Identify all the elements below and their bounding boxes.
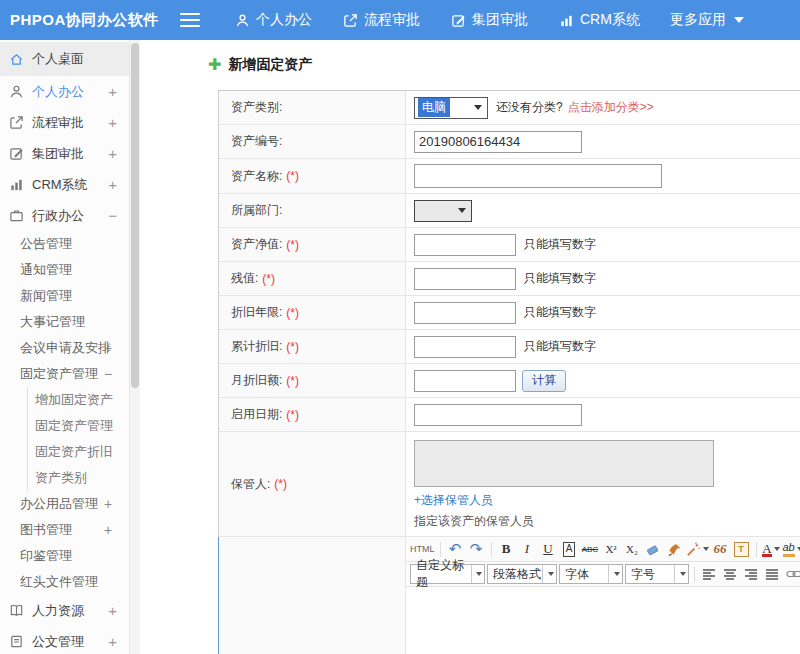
add-category-link[interactable]: 点击添加分类>>	[568, 99, 654, 116]
choose-keeper-link[interactable]: +选择保管人员	[414, 492, 493, 509]
expand-plus-icon[interactable]: +	[108, 633, 117, 650]
start-date-input[interactable]	[414, 404, 582, 426]
net-value-input[interactable]	[414, 234, 516, 256]
sidebar-item-asset-category[interactable]: 资产类别	[28, 465, 129, 491]
sidebar-item-label: 办公用品管理	[20, 495, 98, 513]
sidebar-item-workflow-approval[interactable]: 流程审批 +	[0, 107, 129, 138]
expand-plus-icon[interactable]: +	[104, 522, 112, 538]
italic-icon[interactable]: I	[518, 540, 537, 559]
link-icon[interactable]	[784, 565, 800, 584]
highlight-color-icon[interactable]: ab	[783, 540, 800, 559]
expand-plus-icon[interactable]: +	[108, 83, 117, 100]
subscript-icon[interactable]: X₂	[623, 540, 642, 559]
field-label: 资产类别:	[231, 99, 282, 116]
editor-content-area[interactable]	[406, 587, 800, 654]
form-row-category: 资产类别: 电脑 还没有分类? 点击添加分类>>	[218, 91, 800, 125]
sidebar-item-asset-depreciation[interactable]: 固定资产折旧	[28, 439, 129, 465]
asset-number-input[interactable]	[414, 131, 582, 153]
strikethrough-icon[interactable]: ABC	[581, 540, 600, 559]
font-family-select[interactable]: 字体	[559, 564, 623, 584]
keeper-textarea[interactable]	[414, 440, 714, 487]
hamburger-icon[interactable]	[180, 13, 200, 27]
redo-icon[interactable]: ↷	[467, 540, 486, 559]
sidebar-item-meeting[interactable]: 会议申请及安排 +	[0, 335, 129, 361]
bold-icon[interactable]: B	[497, 540, 516, 559]
collapse-minus-icon[interactable]: −	[108, 207, 117, 224]
editor-toolbar-row2: 自定义标题 段落格式 字体 字号	[406, 562, 800, 587]
underline-icon[interactable]: U	[539, 540, 558, 559]
sidebar-item-add-fixed-asset[interactable]: 增加固定资产	[28, 387, 129, 413]
sidebar-item-notification[interactable]: 通知管理	[0, 257, 129, 283]
department-select[interactable]	[414, 200, 472, 222]
no-category-text: 还没有分类?	[496, 99, 563, 116]
field-label: 折旧年限:	[231, 304, 282, 321]
monthly-depreciation-input[interactable]	[414, 370, 516, 392]
font-color-icon[interactable]: A	[762, 540, 781, 559]
caret-down-icon	[680, 572, 686, 576]
nav-more-apps[interactable]: 更多应用	[670, 11, 744, 29]
sidebar-item-library[interactable]: 图书管理 +	[0, 517, 129, 543]
undo-icon[interactable]: ↶	[446, 540, 465, 559]
align-center-icon[interactable]	[721, 565, 740, 584]
custom-title-select[interactable]: 自定义标题	[410, 564, 485, 584]
scrollbar-thumb[interactable]	[131, 43, 139, 388]
nav-group-approval[interactable]: 集团审批	[450, 11, 528, 29]
expand-plus-icon[interactable]: +	[108, 602, 117, 619]
sidebar-item-group-approval[interactable]: 集团审批 +	[0, 138, 129, 169]
sidebar-item-crm[interactable]: CRM系统 +	[0, 169, 129, 200]
asset-name-input[interactable]	[414, 164, 662, 188]
expand-plus-icon[interactable]: +	[108, 176, 117, 193]
expand-plus-icon[interactable]: +	[104, 340, 112, 356]
sidebar-item-admin-office[interactable]: 行政办公 −	[0, 200, 129, 231]
category-select[interactable]: 电脑	[414, 97, 488, 119]
sidebar-item-office-supplies[interactable]: 办公用品管理 +	[0, 491, 129, 517]
edit-square-icon	[450, 12, 466, 28]
blockquote-icon[interactable]: 66	[711, 540, 730, 559]
accumulated-depreciation-input[interactable]	[414, 336, 516, 358]
sidebar-item-fixed-assets[interactable]: 固定资产管理 −	[0, 361, 129, 387]
sidebar-item-label: 会议申请及安排	[20, 339, 111, 357]
nav-crm-system[interactable]: CRM系统	[558, 11, 640, 29]
align-right-icon[interactable]	[742, 565, 761, 584]
paragraph-format-select[interactable]: 段落格式	[487, 564, 557, 584]
clear-format-icon[interactable]	[665, 540, 684, 559]
expand-plus-icon[interactable]: +	[108, 114, 117, 131]
field-label: 残值:	[231, 270, 258, 287]
sidebar-item-memorabilia[interactable]: 大事记管理	[0, 309, 129, 335]
sidebar-item-news[interactable]: 新闻管理	[0, 283, 129, 309]
depreciation-years-input[interactable]	[414, 302, 516, 324]
expand-plus-icon[interactable]: +	[108, 145, 117, 162]
sidebar-item-official-docs[interactable]: 红头文件管理	[0, 569, 129, 595]
form-row-start-date: 启用日期: (*)	[218, 398, 800, 432]
sidebar-item-personal-office[interactable]: 个人办公 +	[0, 76, 129, 107]
form-row-salvage-value: 残值: (*) 只能填写数字	[218, 262, 800, 296]
sidebar-item-document-mgmt[interactable]: 公文管理 +	[0, 626, 129, 654]
font-frame-icon[interactable]: A	[563, 542, 576, 557]
expand-plus-icon[interactable]: +	[104, 496, 112, 512]
eraser-icon[interactable]	[644, 540, 663, 559]
collapse-minus-icon[interactable]: −	[104, 366, 112, 382]
top-navigation-bar: PHPOA协同办公软件 个人办公 流程审批 集团审批 CRM系统	[0, 0, 800, 40]
salvage-value-input[interactable]	[414, 268, 516, 290]
nav-workflow-approval[interactable]: 流程审批	[342, 11, 420, 29]
sidebar-scrollbar[interactable]	[130, 40, 140, 654]
form-row-asset-number: 资产编号:	[218, 125, 800, 159]
superscript-icon[interactable]: X²	[602, 540, 621, 559]
format-painter-icon[interactable]	[686, 540, 709, 559]
sidebar-item-fixed-asset-mgmt[interactable]: 固定资产管理	[28, 413, 129, 439]
calculate-button[interactable]: 计算	[522, 370, 566, 392]
align-justify-icon[interactable]	[763, 565, 782, 584]
sidebar-item-label: 个人桌面	[32, 50, 84, 68]
paste-text-icon[interactable]: T	[734, 542, 749, 557]
nav-label: CRM系统	[580, 11, 640, 29]
sidebar-item-announcement[interactable]: 公告管理	[0, 231, 129, 257]
font-size-select[interactable]: 字号	[625, 564, 689, 584]
caret-down-icon	[703, 547, 709, 551]
html-source-icon[interactable]: HTML	[410, 540, 435, 559]
nav-personal-office[interactable]: 个人办公	[234, 11, 312, 29]
dropdown-label: 自定义标题	[416, 557, 471, 591]
align-left-icon[interactable]	[700, 565, 719, 584]
sidebar-item-seal-mgmt[interactable]: 印鉴管理	[0, 543, 129, 569]
sidebar-item-desktop[interactable]: 个人桌面	[0, 42, 129, 76]
sidebar-item-hr[interactable]: 人力资源 +	[0, 595, 129, 626]
